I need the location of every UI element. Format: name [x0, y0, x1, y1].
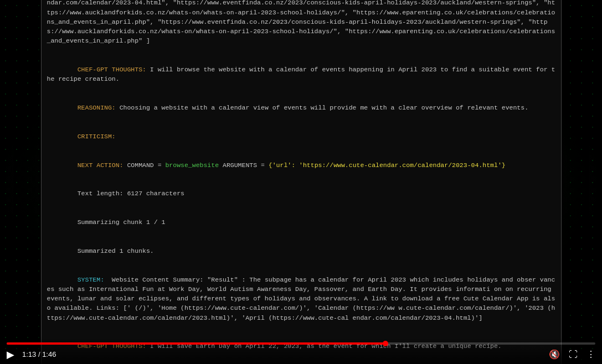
- arguments-value-2: {'url': 'https://www.cute-calendar.com/c…: [269, 162, 506, 169]
- controls-right: 🔇 ⛶ ⋮: [549, 349, 595, 360]
- time-display: 1:13 / 1:46: [22, 350, 56, 358]
- summarized-line: Summarized 1 chunks.: [47, 237, 555, 266]
- system-text-1: [ "https://www.myguideauckland.com/event…: [47, 0, 555, 44]
- arguments-label-2: ARGUMENTS =: [223, 162, 269, 169]
- progress-filled: [7, 342, 385, 345]
- more-options-button[interactable]: ⋮: [586, 349, 595, 360]
- chef-thoughts-line-1: CHEF-GPT THOUGHTS: I will browse the web…: [47, 55, 555, 93]
- next-action-label-2: NEXT ACTION:: [78, 162, 127, 169]
- progress-dot: [383, 341, 388, 346]
- summarized-text: Summarized 1 chunks.: [78, 247, 154, 254]
- text-length-line: Text length: 6127 characters: [47, 179, 555, 208]
- text-length-text: Text length: 6127 characters: [78, 190, 184, 197]
- reasoning-line-2: REASONING: Choosing a website with a cal…: [47, 93, 555, 122]
- chunk-text: Summarizing chunk 1 / 1: [78, 219, 166, 226]
- next-action-line-2: NEXT ACTION: COMMAND = browse_website AR…: [47, 150, 555, 179]
- video-container: PS Windows PowerShell – □ ✕ PS Windows P…: [0, 0, 602, 364]
- chef-thoughts-label-1: CHEF-GPT THOUGHTS:: [78, 66, 150, 73]
- console-output: REASONING: My previous search results di…: [42, 0, 561, 364]
- system-line-2: SYSTEM: Website Content Summary: "Result…: [47, 265, 555, 332]
- command-browse: browse_website: [165, 162, 223, 169]
- criticism-line-2: CRITICISM:: [47, 122, 555, 151]
- video-controls: ▶ 1:13 / 1:46 🔇 ⛶ ⋮: [0, 337, 602, 364]
- mute-button[interactable]: 🔇: [549, 349, 560, 360]
- fullscreen-button[interactable]: ⛶: [569, 350, 578, 360]
- play-button[interactable]: ▶: [7, 350, 14, 360]
- criticism-label-2: CRITICISM:: [78, 133, 116, 140]
- chunk-line: Summarizing chunk 1 / 1: [47, 208, 555, 237]
- command-label-2: COMMAND =: [127, 162, 165, 169]
- system-text-2: Website Content Summary: "Result" : The …: [47, 276, 555, 321]
- reasoning-label-2: REASONING:: [78, 104, 120, 111]
- controls-row: ▶ 1:13 / 1:46 🔇 ⛶ ⋮: [7, 349, 595, 360]
- reasoning-text-2: Choosing a website with a calendar view …: [120, 104, 528, 111]
- powershell-window: PS Windows PowerShell – □ ✕ PS Windows P…: [41, 0, 562, 364]
- progress-bar[interactable]: [7, 342, 595, 345]
- system-line-1: SYSTEM: [ "https://www.myguideauckland.c…: [47, 0, 555, 55]
- system-label-2: SYSTEM:: [78, 276, 108, 283]
